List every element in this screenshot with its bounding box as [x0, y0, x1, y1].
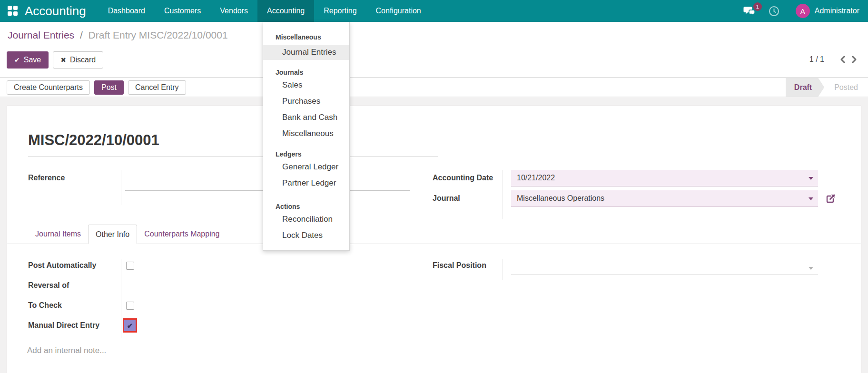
check-icon: ✔	[14, 56, 20, 64]
menu-item-general-ledger[interactable]: General Ledger	[263, 159, 349, 175]
breadcrumb-journal-entries[interactable]: Journal Entries	[8, 29, 74, 40]
menu-accounting[interactable]: Accounting	[257, 0, 314, 22]
field-separator	[121, 259, 121, 338]
breadcrumb-current: Draft Entry MISC/2022/10/0001	[89, 29, 228, 40]
field-separator	[121, 170, 121, 205]
status-draft[interactable]: Draft	[786, 78, 824, 97]
app-title: Accounting	[25, 4, 86, 19]
section-journals: Journals	[263, 68, 349, 77]
entry-title: MISC/2022/10/0001	[28, 132, 438, 157]
chevron-down-icon	[809, 197, 813, 200]
activities-button[interactable]	[769, 6, 779, 17]
menu-configuration[interactable]: Configuration	[366, 0, 431, 22]
menu-item-reconciliation[interactable]: Reconciliation	[263, 211, 349, 227]
field-separator	[503, 170, 503, 219]
pager-next-icon[interactable]	[848, 54, 860, 65]
menu-item-sales[interactable]: Sales	[263, 77, 349, 93]
section-actions: Actions	[263, 202, 349, 211]
reference-label: Reference	[28, 174, 65, 182]
pager: 1 / 1	[809, 54, 860, 65]
breadcrumb: Journal Entries / Draft Entry MISC/2022/…	[8, 29, 228, 41]
manual-direct-entry-checkbox[interactable]: ✔	[123, 318, 137, 333]
cancel-entry-button[interactable]: Cancel Entry	[128, 80, 186, 95]
control-panel: Journal Entries / Draft Entry MISC/2022/…	[0, 22, 868, 78]
to-check-label: To Check	[28, 301, 62, 310]
accounting-dropdown-menu: Miscellaneous Journal Entries Journals S…	[263, 22, 350, 251]
pager-previous-icon[interactable]	[837, 54, 848, 65]
internal-note-input[interactable]: Add an internal note...	[27, 346, 106, 355]
tab-counterparts-mapping[interactable]: Counterparts Mapping	[137, 225, 227, 244]
external-link-icon[interactable]	[824, 193, 837, 206]
cross-icon: ✖	[60, 56, 66, 64]
notebook-tabs: Journal Items Other Info Counterparts Ma…	[7, 225, 861, 244]
pager-value: 1 / 1	[809, 55, 824, 64]
accounting-date-label: Accounting Date	[433, 174, 493, 182]
record-actions: ✔ Save ✖ Discard	[7, 51, 103, 69]
form-statusbar: Create Counterparts Post Cancel Entry Dr…	[0, 78, 868, 97]
menu-item-lock-dates[interactable]: Lock Dates	[263, 227, 349, 244]
fiscal-position-input[interactable]	[511, 261, 818, 275]
user-name[interactable]: Administrator	[815, 7, 859, 15]
save-button[interactable]: ✔ Save	[7, 51, 49, 69]
tab-journal-items[interactable]: Journal Items	[28, 225, 88, 244]
menu-item-partner-ledger[interactable]: Partner Ledger	[263, 175, 349, 191]
menu-dashboard[interactable]: Dashboard	[99, 0, 155, 22]
breadcrumb-separator: /	[80, 29, 83, 40]
navbar-right: 1 A Administrator	[743, 4, 868, 18]
chevron-down-icon	[809, 267, 813, 270]
apps-grid-icon[interactable]	[8, 6, 18, 16]
status-pipeline: Draft Posted	[786, 78, 868, 97]
checkmark-icon: ✔	[127, 322, 133, 329]
messages-button[interactable]: 1	[743, 6, 756, 16]
post-automatically-label: Post Automatically	[28, 261, 96, 270]
menu-item-miscellaneous[interactable]: Miscellaneous	[263, 126, 349, 142]
create-counterparts-button[interactable]: Create Counterparts	[7, 80, 90, 95]
journal-label: Journal	[433, 194, 460, 203]
user-avatar[interactable]: A	[796, 4, 810, 18]
menu-vendors[interactable]: Vendors	[210, 0, 257, 22]
messages-badge: 1	[753, 2, 762, 11]
top-navbar: Accounting Dashboard Customers Vendors A…	[0, 0, 868, 22]
post-automatically-checkbox[interactable]	[126, 262, 134, 270]
menu-item-bank-and-cash[interactable]: Bank and Cash	[263, 109, 349, 126]
menu-customers[interactable]: Customers	[155, 0, 210, 22]
tab-other-info[interactable]: Other Info	[88, 225, 137, 244]
discard-button[interactable]: ✖ Discard	[53, 51, 103, 69]
field-separator	[503, 259, 503, 280]
section-ledgers: Ledgers	[263, 149, 349, 159]
chevron-down-icon	[809, 177, 813, 180]
menu-item-purchases[interactable]: Purchases	[263, 93, 349, 109]
form-sheet: MISC/2022/10/0001 Reference Accounting D…	[7, 106, 861, 373]
status-posted[interactable]: Posted	[824, 78, 868, 97]
manual-direct-entry-label: Manual Direct Entry	[28, 321, 99, 330]
section-miscellaneous: Miscellaneous	[263, 32, 349, 42]
page: Accounting Dashboard Customers Vendors A…	[0, 0, 868, 373]
to-check-checkbox[interactable]	[126, 302, 134, 310]
clock-icon	[769, 6, 779, 17]
menu-item-journal-entries[interactable]: Journal Entries	[263, 45, 349, 60]
post-button[interactable]: Post	[94, 80, 124, 95]
accounting-date-input[interactable]: 10/21/2022	[511, 170, 818, 186]
menu-reporting[interactable]: Reporting	[314, 0, 366, 22]
fiscal-position-label: Fiscal Position	[433, 261, 486, 270]
main-menu: Dashboard Customers Vendors Accounting R…	[99, 0, 431, 22]
journal-input[interactable]: Miscellaneous Operations	[511, 190, 818, 207]
reversal-of-label: Reversal of	[28, 281, 69, 290]
